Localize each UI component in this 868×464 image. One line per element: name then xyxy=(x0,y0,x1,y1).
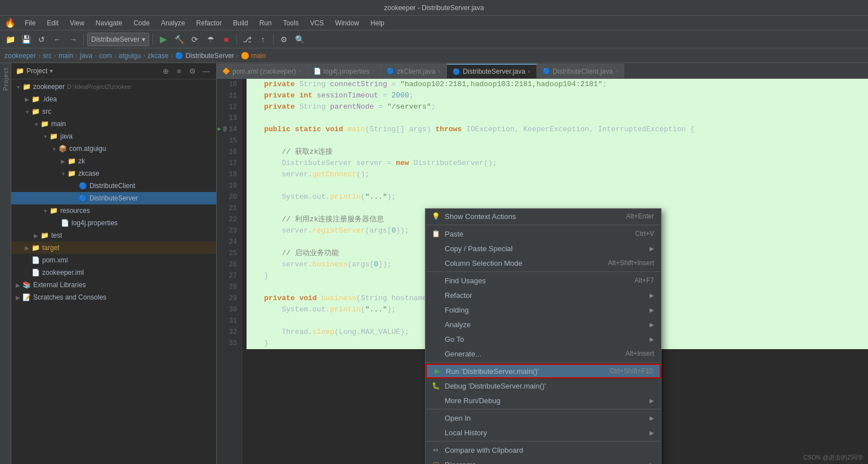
tree-item-java[interactable]: ▾ 📁 java xyxy=(11,130,216,142)
settings-btn[interactable]: ⚙ xyxy=(277,33,290,46)
ctx-local-history[interactable]: Local History ▶ xyxy=(426,425,661,440)
ctx-copy-paste-special[interactable]: Copy / Paste Special ▶ xyxy=(426,241,661,256)
toolbar-forward-btn[interactable]: → xyxy=(66,33,80,46)
breadcrumb-main-method[interactable]: 🟠 main xyxy=(241,52,266,60)
tab-close-log4j[interactable]: × xyxy=(372,68,375,74)
breadcrumb-main[interactable]: main xyxy=(59,52,73,60)
tree-item-src[interactable]: ▾ 📁 src xyxy=(11,105,216,118)
menu-vcs[interactable]: VCS xyxy=(306,18,329,28)
ctx-generate[interactable]: Generate... Alt+Insert xyxy=(426,346,661,361)
project-settings-btn[interactable]: ⚙ xyxy=(187,65,198,77)
menu-help[interactable]: Help xyxy=(366,18,389,28)
coverage-btn[interactable]: ☂ xyxy=(204,33,217,46)
ctx-analyze[interactable]: Analyze ▶ xyxy=(426,317,661,332)
menu-tools[interactable]: Tools xyxy=(279,18,303,28)
toolbar-back-btn[interactable]: ← xyxy=(51,33,64,46)
ctx-folding[interactable]: Folding ▶ xyxy=(426,302,661,317)
code-line-17: DistributeServer server = new Distribute… xyxy=(247,158,868,169)
run-btn[interactable]: ▶ xyxy=(156,33,170,46)
vcs2-btn[interactable]: ↑ xyxy=(256,33,270,46)
menu-build[interactable]: Build xyxy=(229,18,253,28)
toolbar-refresh-btn[interactable]: ↺ xyxy=(35,33,48,46)
tab-distributeclient[interactable]: 🔵 DistributeClient.java × xyxy=(537,64,625,78)
project-side-label[interactable]: Project xyxy=(0,63,11,464)
menu-navigate[interactable]: Navigate xyxy=(91,18,127,28)
tree-item-distribute-client[interactable]: ▶ 🔵 DistributeClient xyxy=(11,180,216,192)
code-editor[interactable]: 10 11 12 13 ▶ @ 14 15 16 17 18 19 20 21 xyxy=(217,79,868,464)
ctx-debug-distribute-server[interactable]: 🐛 Debug 'DistributeServer.main()' xyxy=(426,378,661,393)
tree-arrow-idea: ▶ xyxy=(23,96,32,102)
tree-item-root[interactable]: ▾ 📁 zookeeper D:\IdeaProject2\zookee xyxy=(11,81,216,93)
locate-file-btn[interactable]: ⊕ xyxy=(160,65,171,77)
tree-item-pom[interactable]: ▶ 📄 pom.xml xyxy=(11,254,216,266)
tree-item-scratches[interactable]: ▶ 📝 Scratches and Consoles xyxy=(11,291,216,304)
tree-item-log4j[interactable]: ▶ 📄 log4j.properties xyxy=(11,217,216,229)
run-config-dropdown[interactable]: DistributeServer ▾ xyxy=(87,33,149,46)
menu-view[interactable]: View xyxy=(65,18,89,28)
tab-close-pom[interactable]: × xyxy=(298,68,302,74)
menu-run[interactable]: Run xyxy=(255,18,276,28)
run-gutter-icon[interactable]: ▶ xyxy=(218,124,221,135)
tree-item-resources[interactable]: ▾ 📁 resources xyxy=(11,204,216,217)
breadcrumb-atguigu[interactable]: atguigu xyxy=(119,52,141,60)
tree-item-target[interactable]: ▶ 📁 target xyxy=(11,242,216,254)
tab-distributeserver[interactable]: 🔵 DistributeServer.java × xyxy=(447,64,537,78)
tab-pom-xml[interactable]: 🔶 pom.xml (zookeeper) × xyxy=(217,64,308,78)
tree-item-zkcase[interactable]: ▾ 📁 zkcase xyxy=(11,167,216,180)
menu-code[interactable]: Code xyxy=(129,18,154,28)
tab-close-distributeclient[interactable]: × xyxy=(615,68,619,74)
tree-label-resources: resources xyxy=(60,207,90,215)
vcs-btn[interactable]: ⎇ xyxy=(240,33,254,46)
search-btn[interactable]: 🔍 xyxy=(293,33,306,46)
ctx-history-icon xyxy=(431,428,440,437)
ctx-label-paste: Paste xyxy=(445,230,463,238)
breadcrumb-com[interactable]: com xyxy=(99,52,112,60)
build-btn[interactable]: 🔨 xyxy=(172,33,186,46)
line-numbers: 10 11 12 13 ▶ @ 14 15 16 17 18 19 20 21 xyxy=(217,79,242,464)
ctx-column-selection[interactable]: Column Selection Mode Alt+Shift+Insert xyxy=(426,256,661,270)
menu-refactor[interactable]: Refactor xyxy=(192,18,226,28)
ctx-compare-clipboard[interactable]: ⇔ Compare with Clipboard xyxy=(426,443,661,457)
menu-edit[interactable]: Edit xyxy=(42,18,63,28)
breadcrumb-src[interactable]: src xyxy=(43,52,52,60)
ctx-refactor[interactable]: Refactor ▶ xyxy=(426,288,661,302)
breadcrumb-zkcase[interactable]: zkcase xyxy=(147,52,168,60)
tree-item-distribute-server[interactable]: ▶ 🔵 DistributeServer xyxy=(11,192,216,204)
line-num-25: 25 xyxy=(217,248,241,259)
tree-label-pom: pom.xml xyxy=(42,256,68,264)
stop-btn[interactable]: ■ xyxy=(220,33,233,46)
ctx-arrow-refactor: ▶ xyxy=(650,292,654,298)
ctx-goto[interactable]: Go To ▶ xyxy=(426,332,661,346)
ctx-run-distribute-server[interactable]: ▶ Run 'DistributeServer.main()' Ctrl+Shi… xyxy=(426,364,661,378)
breadcrumb-zookeeper[interactable]: zookeeper xyxy=(5,52,36,60)
rerun-btn[interactable]: ⟳ xyxy=(188,33,202,46)
hide-panel-btn[interactable]: — xyxy=(200,65,212,77)
toolbar-save-btn[interactable]: 💾 xyxy=(19,33,33,46)
ctx-diagrams[interactable]: ◫ Diagrams ▶ xyxy=(426,457,661,464)
tab-zkclient[interactable]: 🔵 zkClient.java × xyxy=(381,64,447,78)
toolbar-open-btn[interactable]: 📁 xyxy=(3,33,17,46)
ctx-find-usages[interactable]: Find Usages Alt+F7 xyxy=(426,273,661,288)
menu-file[interactable]: File xyxy=(20,18,40,28)
tab-close-zkclient[interactable]: × xyxy=(438,68,441,74)
tree-item-main[interactable]: ▾ 📁 main xyxy=(11,118,216,130)
ctx-open-in[interactable]: Open In ▶ xyxy=(426,411,661,425)
tab-close-distributeserver[interactable]: × xyxy=(527,69,531,75)
tree-item-iml[interactable]: ▶ 📄 zookeeper.iml xyxy=(11,266,216,279)
tree-item-test[interactable]: ▶ 📁 test xyxy=(11,229,216,242)
collapse-btn[interactable]: ≡ xyxy=(173,65,185,77)
tree-item-zk[interactable]: ▶ 📁 zk xyxy=(11,155,216,167)
breadcrumb-java[interactable]: java xyxy=(80,52,92,60)
folder-icon-root: 📁 xyxy=(23,83,31,91)
ctx-more-run-debug[interactable]: More Run/Debug ▶ xyxy=(426,393,661,408)
ctx-paste[interactable]: 📋 Paste Ctrl+V xyxy=(426,226,661,241)
ctx-show-context-actions[interactable]: 💡 Show Context Actions Alt+Enter xyxy=(426,209,661,224)
menu-analyze[interactable]: Analyze xyxy=(156,18,190,28)
tree-item-com-atguigu[interactable]: ▾ 📦 com.atguigu xyxy=(11,142,216,155)
tree-item-external[interactable]: ▶ 📚 External Libraries xyxy=(11,279,216,291)
menu-window[interactable]: Window xyxy=(330,18,364,28)
tab-log4j[interactable]: 📄 log4j.properties × xyxy=(308,64,382,78)
breadcrumb-distributeserver[interactable]: 🔵 DistributeServer xyxy=(175,52,234,60)
dropdown-arrow: ▾ xyxy=(142,35,145,43)
tree-item-idea[interactable]: ▶ 📁 .idea xyxy=(11,93,216,105)
